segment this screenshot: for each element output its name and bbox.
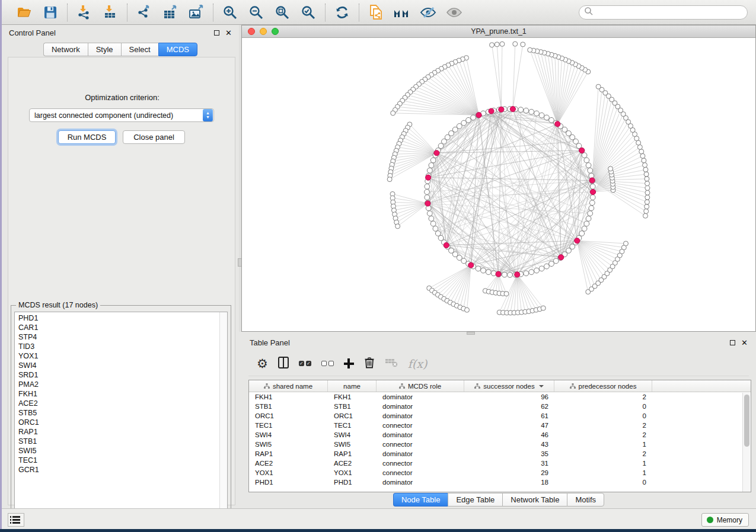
tab-style[interactable]: Style xyxy=(88,43,121,56)
maximize-window-icon[interactable] xyxy=(272,28,279,35)
mcds-result-item[interactable]: ORC1 xyxy=(15,418,214,427)
import-table-button[interactable] xyxy=(101,4,119,21)
table-row[interactable]: ORC1ORC1dominator610 xyxy=(249,411,751,421)
table-row[interactable]: FKH1FKH1dominator962 xyxy=(249,392,751,402)
table-row[interactable]: PHD1PHD1dominator180 xyxy=(249,477,751,487)
table-settings-button[interactable]: ⚙ xyxy=(257,356,268,371)
import-table-icon xyxy=(103,5,118,20)
delete-column-button[interactable] xyxy=(364,356,375,371)
mcds-result-item[interactable]: SRD1 xyxy=(15,370,214,380)
search-input[interactable] xyxy=(594,8,747,17)
close-panel-button[interactable]: Close panel xyxy=(123,130,185,144)
mcds-result-item[interactable]: FKH1 xyxy=(15,389,214,399)
export-network-button[interactable] xyxy=(135,4,153,21)
zoom-in-button[interactable] xyxy=(221,4,239,21)
minimize-window-icon[interactable] xyxy=(260,28,267,35)
cell-predecessor-nodes: 0 xyxy=(554,412,652,419)
run-mcds-button[interactable]: Run MCDS xyxy=(58,130,116,144)
table-panel: Table Panel ✕ ⚙ f(x) shared namenameMCDS… xyxy=(241,335,756,508)
table-row[interactable]: STB1STB1dominator620 xyxy=(249,402,751,411)
column-header-predecessor-nodes[interactable]: predecessor nodes xyxy=(554,380,652,392)
table-body: FKH1FKH1dominator962STB1STB1dominator620… xyxy=(249,392,751,487)
task-history-button[interactable] xyxy=(8,513,24,527)
cell-successor-nodes: 29 xyxy=(464,469,554,476)
table-row[interactable]: SWI5SWI5connector431 xyxy=(249,440,751,449)
cell-MCDS-role: connector xyxy=(377,422,464,429)
table-scrollbar[interactable] xyxy=(742,393,750,492)
first-neighbors-button[interactable] xyxy=(393,4,411,21)
column-header-MCDS-role[interactable]: MCDS role xyxy=(377,380,464,392)
mcds-result-item[interactable]: YOX1 xyxy=(15,351,214,361)
export-table-button[interactable] xyxy=(161,4,179,21)
cell-name: SWI4 xyxy=(328,431,377,438)
mcds-result-item[interactable]: RAP1 xyxy=(15,427,214,437)
save-button[interactable] xyxy=(42,4,59,21)
cell-name: SWI5 xyxy=(328,441,377,448)
hide-selected-button[interactable] xyxy=(419,4,437,21)
tab-edge-table[interactable]: Edge Table xyxy=(448,493,502,507)
mcds-result-item[interactable]: STB5 xyxy=(15,408,214,418)
mcds-result-item[interactable]: GCR1 xyxy=(15,465,214,475)
criterion-select[interactable]: largest connected component (undirected)… xyxy=(29,108,214,122)
mcds-result-item[interactable]: ACE2 xyxy=(15,399,214,408)
table-header-row: shared namenameMCDS rolesuccessor nodesp… xyxy=(249,380,751,392)
mcds-result-item[interactable]: SWI5 xyxy=(15,446,214,456)
tab-select[interactable]: Select xyxy=(121,43,158,56)
tab-network-table[interactable]: Network Table xyxy=(502,493,567,507)
list-icon xyxy=(12,516,20,524)
split-panel-button[interactable] xyxy=(278,356,289,371)
import-network-button[interactable] xyxy=(75,4,93,21)
open-file-button[interactable] xyxy=(15,4,33,21)
column-header-successor-nodes[interactable]: successor nodes xyxy=(464,380,554,392)
close-window-icon[interactable] xyxy=(248,28,255,35)
show-all-button[interactable] xyxy=(445,4,463,21)
close-panel-icon[interactable]: ✕ xyxy=(225,30,232,36)
control-panel-titlebar: Control Panel ✕ xyxy=(2,25,239,40)
mcds-result-item[interactable]: CAR1 xyxy=(15,323,214,332)
zoom-fit-button[interactable] xyxy=(273,4,291,21)
mcds-result-item[interactable]: PMA2 xyxy=(15,380,214,389)
select-all-button[interactable] xyxy=(299,356,311,371)
cell-predecessor-nodes: 1 xyxy=(554,469,652,476)
table-row[interactable]: TEC1TEC1connector472 xyxy=(249,421,751,430)
column-type-icon xyxy=(570,383,576,390)
mcds-scrollbar[interactable] xyxy=(219,312,227,522)
zoom-selected-button[interactable] xyxy=(299,4,317,21)
network-window-titlebar[interactable]: YPA_prune.txt_1 xyxy=(242,25,755,38)
tab-network[interactable]: Network xyxy=(43,43,88,56)
export-image-button[interactable] xyxy=(187,4,205,21)
float-panel-icon[interactable] xyxy=(214,30,219,36)
cell-predecessor-nodes: 1 xyxy=(554,441,652,448)
network-canvas[interactable] xyxy=(242,38,755,331)
scrollbar-thumb[interactable] xyxy=(744,395,749,447)
column-header-shared-name[interactable]: shared name xyxy=(249,380,328,392)
zoom-out-button[interactable] xyxy=(247,4,265,21)
function-builder-button[interactable]: f(x) xyxy=(408,356,428,371)
mcds-result-item[interactable]: TID3 xyxy=(15,342,214,351)
float-panel-icon[interactable] xyxy=(730,340,735,345)
tab-motifs[interactable]: Motifs xyxy=(567,493,604,507)
refresh-layout-button[interactable] xyxy=(333,4,351,21)
table-row[interactable]: SWI4SWI4dominator462 xyxy=(249,430,751,440)
column-header-name[interactable]: name xyxy=(328,380,377,392)
table-row[interactable]: ACE2ACE2connector311 xyxy=(249,459,751,468)
mcds-result-item[interactable]: STB1 xyxy=(15,437,214,446)
add-column-button[interactable] xyxy=(344,356,354,371)
memory-button[interactable]: Memory xyxy=(701,513,749,527)
close-panel-icon[interactable]: ✕ xyxy=(741,340,748,345)
table-row[interactable]: RAP1RAP1dominator352 xyxy=(249,449,751,459)
mcds-result-item[interactable]: TEC1 xyxy=(15,456,214,465)
node-table[interactable]: shared namenameMCDS rolesuccessor nodesp… xyxy=(248,380,751,492)
mcds-result-listbox[interactable]: PHD1CAR1STP4TID3YOX1SWI4SRD1PMA2FKH1ACE2… xyxy=(14,312,228,523)
zoom-out-icon xyxy=(248,5,264,20)
criterion-selected-value: largest connected component (undirected) xyxy=(30,111,203,120)
table-row[interactable]: YOX1YOX1connector291 xyxy=(249,468,751,477)
deselect-all-button[interactable] xyxy=(321,356,334,371)
tab-node-table[interactable]: Node Table xyxy=(393,493,448,507)
mcds-result-item[interactable]: STP4 xyxy=(15,332,214,342)
tab-mcds[interactable]: MCDS xyxy=(158,43,197,56)
duplicate-network-button[interactable] xyxy=(367,4,385,21)
mcds-result-item[interactable]: SWI4 xyxy=(15,361,214,370)
mcds-result-item[interactable]: PHD1 xyxy=(15,313,214,323)
delete-table-button[interactable] xyxy=(385,356,398,371)
